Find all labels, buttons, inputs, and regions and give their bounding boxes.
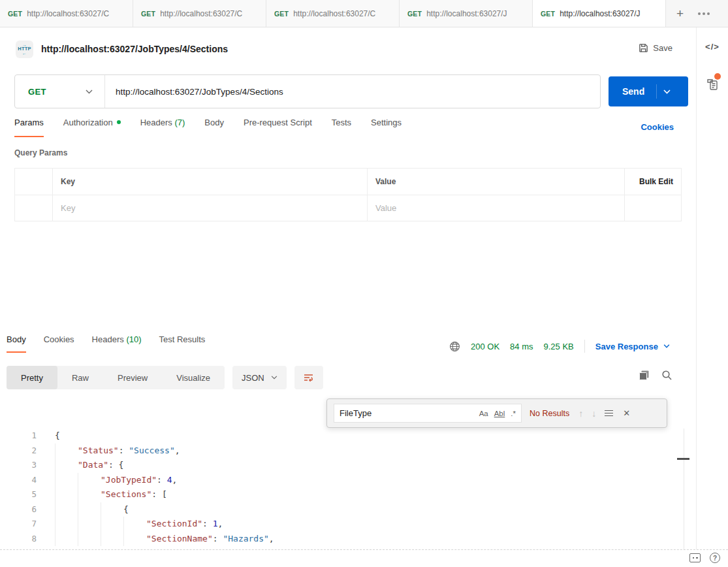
app-window: GET http://localhost:63027/C GET http://… [0,0,728,567]
request-tab-1[interactable]: GET http://localhost:63027/C [0,0,133,27]
tab-url-label: http://localhost:63027/C [293,9,375,18]
find-input-container: Aa Abl .* [334,404,522,423]
find-navigation: ↑ ↓ ✕ [578,408,630,419]
view-raw[interactable]: Raw [57,366,103,389]
response-headers-count: (10) [126,334,141,344]
tab-tests[interactable]: Tests [332,118,351,136]
tab-method-label: GET [407,10,422,18]
request-tab-5-active[interactable]: GET http://localhost:63027/J [533,0,666,27]
tab-settings[interactable]: Settings [371,118,402,136]
column-header-key: Key [53,169,368,195]
tab-headers-label: Headers [140,118,172,127]
response-tab-headers[interactable]: Headers (10) [92,334,142,353]
copy-icon[interactable] [639,370,650,381]
save-response-button[interactable]: Save Response [595,342,670,351]
view-mode-group: Pretty Raw Preview Visualize [7,366,225,389]
request-tab-2[interactable]: GET http://localhost:63027/C [133,0,266,27]
wrap-lines-icon [304,373,314,382]
code-line: 5"Sections": [ [0,487,679,502]
code-line: 1{ [0,429,679,444]
tab-headers[interactable]: Headers (7) [140,118,185,136]
response-tab-body[interactable]: Body [7,334,26,353]
param-key-input[interactable] [61,203,359,213]
response-view-controls: Pretty Raw Preview Visualize JSON [7,366,323,389]
main-pane: → HTTP ← http://localhost:63027/JobTypes… [0,27,696,549]
code-scrollbar-thumb[interactable] [677,458,689,460]
globe-icon[interactable] [449,341,460,352]
request-title-bar: → HTTP ← http://localhost:63027/JobTypes… [0,27,696,71]
header-checkbox-cell [15,169,53,195]
save-icon [639,43,648,53]
tab-params[interactable]: Params [14,118,44,137]
chevron-down-icon [86,89,93,94]
search-icon[interactable] [661,370,673,381]
request-tab-3[interactable]: GET http://localhost:63027/C [266,0,400,27]
more-options-icon[interactable] [695,10,712,18]
headers-count: (7) [174,118,185,127]
bulk-edit-button[interactable]: Bulk Edit [639,177,673,186]
find-input[interactable] [340,408,473,418]
method-value: GET [28,87,46,97]
find-previous-icon[interactable]: ↑ [578,408,583,419]
find-results-status: No Results [530,409,569,418]
response-size[interactable]: 9.25 KB [544,342,574,351]
help-icon[interactable]: ? [710,553,720,563]
request-tab-bar: GET http://localhost:63027/C GET http://… [0,0,728,27]
code-snippet-icon[interactable]: </> [697,42,728,52]
tab-authorization[interactable]: Authorization [63,118,121,136]
format-value: JSON [242,373,264,383]
request-tab-4[interactable]: GET http://localhost:63027/J [400,0,533,27]
save-button[interactable]: Save [635,40,676,56]
response-tab-cookies[interactable]: Cookies [44,334,74,353]
http-request-icon: → HTTP ← [16,40,33,58]
response-time[interactable]: 84 ms [510,342,533,351]
console-icon[interactable] [689,553,701,562]
tab-url-label: http://localhost:63027/C [27,9,109,18]
tab-method-label: GET [8,10,22,18]
chevron-down-icon [271,376,277,380]
table-row [15,195,681,221]
url-input[interactable] [105,87,600,97]
send-button[interactable]: Send [609,76,688,106]
save-response-label: Save Response [595,342,658,351]
find-close-icon[interactable]: ✕ [623,408,630,418]
column-header-value: Value [368,169,625,195]
send-label: Send [609,86,644,97]
request-config-tabs: Params Authorization Headers (7) Body Pr… [14,118,402,137]
right-sidebar: </> [696,27,728,549]
query-params-title: Query Params [14,148,67,157]
tab-url-label: http://localhost:63027/C [160,9,242,18]
find-in-selection-icon[interactable] [605,410,613,417]
whole-word-icon[interactable]: Abl [494,410,505,417]
cookies-link[interactable]: Cookies [641,122,674,132]
format-select[interactable]: JSON [232,366,287,389]
view-preview[interactable]: Preview [103,366,162,389]
status-badge[interactable]: 200 OK [471,342,499,351]
match-case-icon[interactable]: Aa [479,410,488,417]
wrap-lines-button[interactable] [294,366,323,389]
tab-body[interactable]: Body [204,118,224,136]
authorization-status-dot [117,120,121,124]
view-visualize[interactable]: Visualize [162,366,225,389]
new-tab-icon[interactable]: + [676,7,684,20]
tab-method-label: GET [541,10,555,18]
send-options-chevron-icon[interactable] [657,89,678,94]
response-meta: 200 OK 84 ms 9.25 KB Save Response [449,340,670,353]
tab-authorization-label: Authorization [63,118,113,127]
view-pretty[interactable]: Pretty [7,366,57,389]
url-bar: GET [14,74,601,108]
response-tabs: Body Cookies Headers (10) Test Results [7,334,205,353]
tab-method-label: GET [141,10,155,18]
page-title: http://localhost:63027/JobTypes/4/Sectio… [41,44,228,54]
tab-prerequest-script[interactable]: Pre-request Script [244,118,312,136]
response-toolbar-icons [639,370,673,381]
method-select[interactable]: GET [15,75,105,108]
regex-icon[interactable]: .* [511,410,516,417]
code-line: 7"SectionId": 1, [0,517,679,532]
response-body-json[interactable]: 1{2"Status": "Success",3"Data": {4"JobTy… [0,429,679,549]
response-tab-test-results[interactable]: Test Results [159,334,206,353]
footer-bar: ? [0,550,728,567]
tab-actions: + [666,0,723,27]
param-value-input[interactable] [375,203,616,213]
find-next-icon[interactable]: ↓ [592,408,596,419]
